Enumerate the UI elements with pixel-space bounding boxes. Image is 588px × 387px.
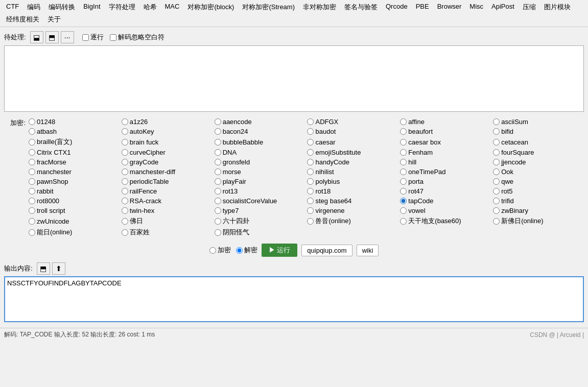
ignore-whitespace-checkbox[interactable]: 解码忽略空白符 — [110, 33, 164, 42]
menubar-item-Qrcode[interactable]: Qrcode — [382, 1, 412, 13]
cipher-option-virgenene[interactable]: virgenene — [307, 206, 398, 215]
cipher-option-socialistCoreValue[interactable]: socialistCoreValue — [215, 197, 305, 205]
cipher-option-emojiSubstitute[interactable]: emojiSubstitute — [307, 148, 398, 157]
cipher-option-type7[interactable]: type7 — [215, 206, 305, 215]
cipher-option-rot18[interactable]: rot18 — [307, 187, 398, 196]
output-upload-button[interactable]: ⬆ — [52, 262, 65, 275]
cipher-option-jjencode[interactable]: jjencode — [493, 158, 584, 166]
cipher-option-rot13[interactable]: rot13 — [215, 187, 305, 196]
cipher-option-affine[interactable]: affine — [400, 117, 491, 126]
cipher-option-Ook[interactable]: Ook — [493, 167, 584, 176]
line-by-line-checkbox[interactable]: 逐行 — [82, 33, 104, 42]
output-textarea[interactable] — [4, 276, 584, 322]
cipher-option-pawnShop[interactable]: pawnShop — [29, 177, 120, 186]
cipher-option-Fenham[interactable]: Fenham — [400, 148, 491, 157]
cipher-option-online[interactable]: 兽音(online) — [307, 216, 398, 226]
cipher-option-[interactable]: 六十四卦 — [215, 216, 305, 226]
cipher-option-01248[interactable]: 01248 — [29, 117, 120, 126]
menubar-item-[interactable]: 哈希 — [139, 1, 161, 13]
menubar-item-[interactable]: 编码 — [23, 1, 44, 13]
menubar-item-[interactable]: 关于 — [43, 13, 65, 26]
cipher-option-tapCode[interactable]: tapCode — [400, 197, 491, 205]
cipher-option-hill[interactable]: hill — [400, 158, 491, 166]
cipher-option-grayCode[interactable]: grayCode — [122, 158, 213, 166]
menubar-item-Browser[interactable]: Browser — [433, 1, 466, 13]
wiki-button[interactable]: wiki — [357, 245, 379, 256]
menubar-item-PBE[interactable]: PBE — [412, 1, 433, 13]
cipher-option-morse[interactable]: morse — [215, 167, 305, 176]
cipher-option-[interactable]: 佛日 — [122, 216, 213, 226]
cipher-option-base60[interactable]: 天干地支(base60) — [400, 216, 491, 226]
cipher-option-[interactable]: 阴阳怪气 — [215, 227, 305, 237]
encrypt-radio[interactable] — [209, 247, 216, 254]
cipher-option-RSAcrack[interactable]: RSA-crack — [122, 197, 213, 205]
cipher-option-caesar[interactable]: caesar — [307, 137, 398, 147]
cipher-option-porta[interactable]: porta — [400, 177, 491, 186]
cipher-option-vowel[interactable]: vowel — [400, 206, 491, 215]
menubar-item-[interactable]: 字符处理 — [105, 1, 139, 13]
menubar-item-[interactable]: 签名与验签 — [340, 1, 382, 13]
menubar-item-ApiPost[interactable]: ApiPost — [487, 1, 519, 13]
cipher-option-qwe[interactable]: qwe — [493, 177, 584, 186]
menubar-item-[interactable]: 压缩 — [519, 1, 540, 13]
cipher-option-online[interactable]: 新佛日(online) — [493, 216, 584, 226]
cipher-option-a1z26[interactable]: a1z26 — [122, 117, 213, 126]
cipher-option-zwBinary[interactable]: zwBinary — [493, 206, 584, 215]
cipher-option-fourSquare[interactable]: fourSquare — [493, 148, 584, 157]
menubar-item-[interactable]: 经纬度相关 — [2, 13, 43, 26]
menubar-item-Stream[interactable]: 对称加密(Stream) — [238, 1, 299, 13]
cipher-option-caesarbox[interactable]: caesar box — [400, 137, 491, 147]
output-copy-button[interactable]: ⬒ — [37, 262, 50, 275]
cipher-option-asciiSum[interactable]: asciiSum — [493, 117, 584, 126]
menubar-item-BigInt[interactable]: BigInt — [79, 1, 104, 13]
cipher-option-autoKey[interactable]: autoKey — [122, 127, 213, 136]
cipher-option-trifid[interactable]: trifid — [493, 197, 584, 205]
cipher-option-bacon24[interactable]: bacon24 — [215, 127, 305, 136]
cipher-option-baudot[interactable]: baudot — [307, 127, 398, 136]
menubar-item-[interactable]: 编码转换 — [44, 1, 79, 13]
cipher-option-periodicTable[interactable]: periodicTable — [122, 177, 213, 186]
cipher-option-fracMorse[interactable]: fracMorse — [29, 158, 120, 166]
cipher-option-rot5[interactable]: rot5 — [493, 187, 584, 196]
menubar-item-[interactable]: 图片模块 — [540, 1, 575, 13]
cipher-option-[interactable]: 百家姓 — [122, 227, 213, 237]
decrypt-radio[interactable] — [236, 247, 243, 254]
cipher-option-stegbase64[interactable]: steg base64 — [307, 197, 398, 205]
cipher-option-oneTimePad[interactable]: oneTimePad — [400, 167, 491, 176]
quipqiup-button[interactable]: quipqiup.com — [301, 245, 352, 256]
cipher-option-trollscript[interactable]: troll script — [29, 206, 120, 215]
cipher-option-DNA[interactable]: DNA — [215, 148, 305, 157]
cipher-option-twinhex[interactable]: twin-hex — [122, 206, 213, 215]
cipher-option-online[interactable]: 能日(online) — [29, 227, 120, 237]
menubar-item-MAC[interactable]: MAC — [161, 1, 184, 13]
input-textarea[interactable] — [4, 45, 584, 112]
cipher-option-rot8000[interactable]: rot8000 — [29, 197, 120, 205]
menubar-item-block[interactable]: 对称加密(block) — [183, 1, 238, 13]
more-button[interactable]: ··· — [61, 31, 74, 43]
cipher-option-playFair[interactable]: playFair — [215, 177, 305, 186]
copy-button[interactable]: ⬒ — [45, 31, 59, 43]
cipher-option-cetacean[interactable]: cetacean — [493, 137, 584, 147]
cipher-option-curveCipher[interactable]: curveCipher — [122, 148, 213, 157]
cipher-option-zwUnicode[interactable]: zwUnicode — [29, 216, 120, 226]
cipher-option-rabbit[interactable]: rabbit — [29, 187, 120, 196]
cipher-option-railFence[interactable]: railFence — [122, 187, 213, 196]
cipher-option-beaufort[interactable]: beaufort — [400, 127, 491, 136]
cipher-option-ADFGX[interactable]: ADFGX — [307, 117, 398, 126]
menubar-item-CTF[interactable]: CTF — [2, 1, 23, 13]
cipher-option-bifid[interactable]: bifid — [493, 127, 584, 136]
paste-button[interactable]: ⬓ — [30, 31, 43, 43]
cipher-option-brainfuck[interactable]: brain fuck — [122, 137, 213, 147]
cipher-option-gronsfeld[interactable]: gronsfeld — [215, 158, 305, 166]
menubar-item-[interactable]: 非对称加密 — [299, 1, 340, 13]
cipher-option-bubbleBabble[interactable]: bubbleBabble — [215, 137, 305, 147]
cipher-option-rot47[interactable]: rot47 — [400, 187, 491, 196]
cipher-option-CitrixCTX1[interactable]: Citrix CTX1 — [29, 148, 120, 157]
cipher-option-atbash[interactable]: atbash — [29, 127, 120, 136]
menubar-item-Misc[interactable]: Misc — [465, 1, 487, 13]
cipher-option-aaencode[interactable]: aaencode — [215, 117, 305, 126]
cipher-option-manchester[interactable]: manchester — [29, 167, 120, 176]
cipher-option-manchesterdiff[interactable]: manchester-diff — [122, 167, 213, 176]
cipher-option-handyCode[interactable]: handyCode — [307, 158, 398, 166]
cipher-option-braille[interactable]: braille(盲文) — [29, 137, 120, 147]
